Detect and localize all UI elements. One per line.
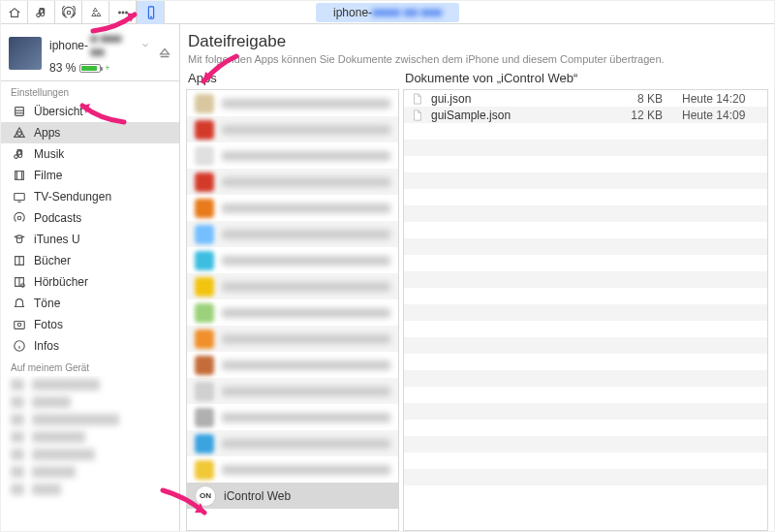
- sidebar-item-label: Infos: [34, 339, 59, 353]
- sidebar-item-itunes u[interactable]: iTunes U: [1, 229, 179, 250]
- app-icon: [195, 408, 214, 427]
- eject-icon[interactable]: [158, 47, 171, 60]
- empty-row: [404, 172, 767, 189]
- doc-name: gui.json: [431, 92, 612, 106]
- itunesu-icon: [13, 233, 26, 246]
- device-card[interactable]: iphone-■ ■■■ ■■ 83 % +: [1, 24, 179, 81]
- svg-point-3: [125, 12, 127, 14]
- sidebar-item-bücher[interactable]: Bücher: [1, 250, 179, 271]
- app-icon: [195, 277, 214, 297]
- apps-list[interactable]: ONiControl Web: [186, 89, 399, 531]
- sidebar-item-label: Bücher: [34, 254, 71, 267]
- film-icon: [13, 169, 26, 182]
- document-row[interactable]: gui.json8 KBHeute 14:20: [404, 90, 767, 107]
- music-icon[interactable]: [28, 1, 55, 24]
- sidebar-item-musik[interactable]: Musik: [1, 143, 179, 165]
- svg-point-14: [17, 216, 21, 220]
- app-row[interactable]: [187, 352, 398, 378]
- sidebar: iphone-■ ■■■ ■■ 83 % + Einstellungen Übe…: [1, 24, 180, 531]
- app-row[interactable]: [187, 456, 398, 483]
- info-icon: [13, 339, 26, 353]
- app-row[interactable]: [187, 142, 398, 169]
- device-thumbnail: [9, 37, 42, 70]
- app-icon: [195, 460, 214, 480]
- apps-heading: Apps: [188, 71, 399, 85]
- empty-row: [404, 189, 767, 205]
- empty-row: [404, 140, 767, 156]
- svg-rect-16: [15, 322, 25, 329]
- on-device-list: [1, 376, 179, 531]
- device-icon[interactable]: [138, 1, 165, 24]
- music-icon: [13, 147, 26, 161]
- empty-row: [404, 271, 767, 288]
- empty-row: [404, 453, 767, 469]
- sidebar-item-label: Fotos: [34, 318, 63, 331]
- svg-point-0: [67, 11, 71, 15]
- app-row[interactable]: [187, 221, 398, 247]
- app-row[interactable]: [187, 273, 398, 299]
- app-row[interactable]: [187, 195, 398, 221]
- svg-point-1: [118, 12, 120, 14]
- app-icon: [195, 329, 214, 349]
- books-icon: [13, 254, 26, 267]
- sidebar-item-label: Apps: [34, 126, 60, 140]
- app-icon: ON: [195, 485, 216, 507]
- doc-date: Heute 14:20: [682, 92, 760, 106]
- app-row[interactable]: [187, 326, 398, 352]
- app-row[interactable]: [187, 299, 398, 326]
- app-row[interactable]: [187, 169, 398, 195]
- app-icon: [195, 120, 214, 140]
- sidebar-item-fotos[interactable]: Fotos: [1, 314, 179, 335]
- app-row[interactable]: [187, 116, 398, 142]
- file-icon: [412, 110, 423, 121]
- sidebar-item-label: Musik: [34, 147, 64, 161]
- settings-icon: [13, 105, 26, 118]
- empty-row: [404, 436, 767, 453]
- device-name: iphone-■ ■■■ ■■: [49, 32, 150, 59]
- sidebar-item-label: Töne: [34, 297, 60, 310]
- empty-row: [404, 370, 767, 387]
- app-row[interactable]: [187, 378, 398, 404]
- sidebar-item-filme[interactable]: Filme: [1, 165, 179, 186]
- sidebar-item-label: Podcasts: [34, 211, 81, 225]
- empty-row: [404, 205, 767, 222]
- app-row[interactable]: [187, 404, 398, 430]
- docs-list[interactable]: gui.json8 KBHeute 14:20guiSample.json12 …: [403, 89, 768, 531]
- app-row[interactable]: [187, 430, 398, 456]
- doc-size: 8 KB: [620, 92, 663, 106]
- app-row-selected[interactable]: ONiControl Web: [187, 483, 398, 509]
- empty-row: [404, 304, 767, 321]
- app-icon: [195, 251, 214, 270]
- podcast-icon[interactable]: [55, 1, 82, 24]
- sidebar-item-infos[interactable]: Infos: [1, 335, 179, 357]
- doc-name: guiSample.json: [431, 109, 612, 122]
- app-icon: [195, 356, 214, 375]
- sidebar-item-töne[interactable]: Töne: [1, 293, 179, 314]
- app-row[interactable]: [187, 247, 398, 273]
- sidebar-item-label: iTunes U: [34, 233, 80, 246]
- more-icon[interactable]: [109, 1, 137, 24]
- empty-row: [404, 469, 767, 485]
- sidebar-item-hörbücher[interactable]: Hörbücher: [1, 271, 179, 293]
- empty-row: [404, 321, 767, 337]
- app-row[interactable]: [187, 90, 398, 116]
- home-icon[interactable]: [1, 1, 28, 24]
- tv-icon: [13, 190, 26, 203]
- podcast-icon: [13, 211, 26, 225]
- app-icon: [195, 303, 214, 323]
- sidebar-item-tv-sendungen[interactable]: TV-Sendungen: [1, 186, 179, 207]
- sidebar-item-apps[interactable]: Apps: [1, 122, 179, 143]
- empty-row: [404, 123, 767, 140]
- empty-row: [404, 255, 767, 271]
- empty-row: [404, 156, 767, 172]
- device-battery: 83 % +: [49, 61, 150, 75]
- apps-icon[interactable]: [82, 1, 109, 24]
- section-settings: Einstellungen: [1, 81, 179, 101]
- sidebar-item-label: TV-Sendungen: [34, 190, 111, 203]
- sidebar-item-podcasts[interactable]: Podcasts: [1, 207, 179, 229]
- app-icon: [195, 225, 214, 244]
- tones-icon: [13, 297, 26, 310]
- sidebar-item-übersicht[interactable]: Übersicht: [1, 101, 179, 122]
- document-row[interactable]: guiSample.json12 KBHeute 14:09: [404, 107, 767, 123]
- empty-row: [404, 288, 767, 304]
